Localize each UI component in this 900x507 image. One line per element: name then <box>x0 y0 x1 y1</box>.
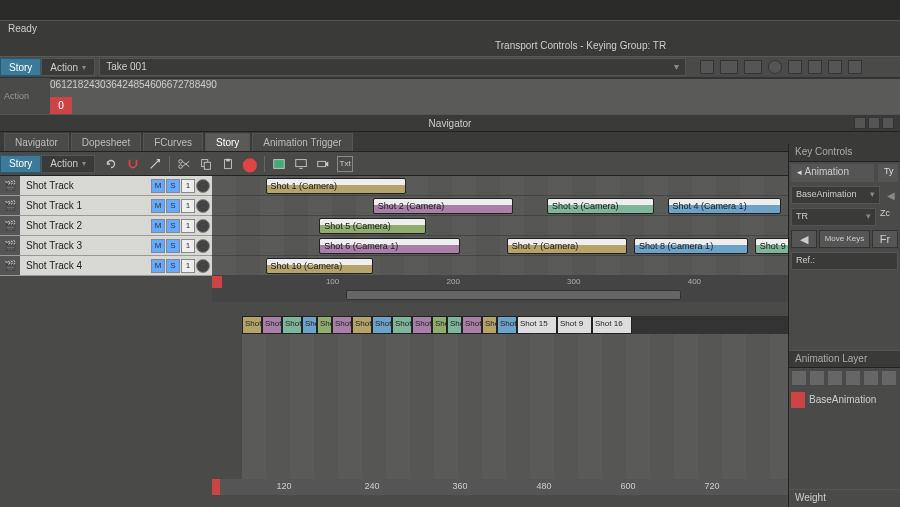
goto-end-button[interactable] <box>848 60 862 74</box>
move-keys-button[interactable]: Move Keys <box>819 230 870 248</box>
action-dropdown[interactable]: Action <box>41 58 95 76</box>
shot-strip-cell[interactable]: Shot 15 <box>517 316 557 334</box>
solo-icon[interactable]: S <box>166 199 180 213</box>
lock-icon[interactable]: 1 <box>181 179 195 193</box>
track-row[interactable]: 🎬 Shot Track 4 M S 1 <box>0 256 212 276</box>
shot-strip-cell[interactable]: Shot 9 <box>557 316 592 334</box>
stop-button[interactable] <box>720 60 738 74</box>
step-back-button[interactable] <box>808 60 822 74</box>
layer-tool6-icon[interactable] <box>882 371 896 385</box>
shot-strip-cell[interactable]: Shc <box>482 316 497 334</box>
copy-icon[interactable] <box>198 156 214 172</box>
loop-button[interactable] <box>700 60 714 74</box>
story-mode-button[interactable]: Story <box>0 58 41 76</box>
layer-tool4-icon[interactable] <box>846 371 860 385</box>
mute-icon[interactable]: M <box>151 239 165 253</box>
solo-icon[interactable]: S <box>166 219 180 233</box>
shot-strip-cell[interactable]: Shot <box>282 316 302 334</box>
shot-clip[interactable]: Shot 6 (Camera 1) <box>319 238 460 254</box>
shot-strip-cell[interactable]: Shot <box>372 316 392 334</box>
lock-icon[interactable]: 1 <box>181 199 195 213</box>
shot-strip-cell[interactable]: Shot <box>262 316 282 334</box>
lock-icon[interactable]: 1 <box>181 259 195 273</box>
scroll-thumb[interactable] <box>346 290 681 300</box>
shot-clip[interactable]: Shot 5 (Camera) <box>319 218 426 234</box>
layer-color-swatch[interactable] <box>791 392 805 408</box>
tab-story[interactable]: Story <box>205 133 250 151</box>
film-icon[interactable]: ⬤ <box>242 156 258 172</box>
camera-icon[interactable] <box>315 156 331 172</box>
record-arm-icon[interactable] <box>196 259 210 273</box>
txt-icon[interactable]: Txt <box>337 156 353 172</box>
record-arm-icon[interactable] <box>196 199 210 213</box>
shot-clip[interactable]: Shot 8 (Camera 1) <box>634 238 748 254</box>
record-arm-icon[interactable] <box>196 239 210 253</box>
track-lane[interactable]: Shot 1 (Camera) <box>212 176 882 196</box>
bottom-cursor[interactable] <box>212 479 220 495</box>
shot-strip-cell[interactable]: Shot <box>412 316 432 334</box>
step-fwd-button[interactable] <box>828 60 842 74</box>
solo-icon[interactable]: S <box>166 259 180 273</box>
tab-navigator[interactable]: Navigator <box>4 133 69 151</box>
track-row[interactable]: 🎬 Shot Track 2 M S 1 <box>0 216 212 236</box>
track-lane[interactable]: Shot 2 (Camera)Shot 3 (Camera)Shot 4 (Ca… <box>212 196 882 216</box>
tab-dopesheet[interactable]: Dopesheet <box>71 133 141 151</box>
scissors-icon[interactable] <box>176 156 192 172</box>
story-toggle-button[interactable]: Story <box>0 155 41 173</box>
mini-ruler[interactable]: 100200300400500 <box>212 276 882 288</box>
fr-button[interactable]: Fr <box>872 230 898 248</box>
prev-key-button[interactable]: ◀ <box>791 230 817 248</box>
record-arm-icon[interactable] <box>196 179 210 193</box>
animation-section[interactable]: ◂ Animation <box>791 164 874 182</box>
shot-strip-cell[interactable]: Shot <box>462 316 482 334</box>
shot-strip-cell[interactable]: Shot <box>392 316 412 334</box>
record-button[interactable] <box>768 60 782 74</box>
shot-strip-cell[interactable]: Shot <box>497 316 517 334</box>
tab-animation-trigger[interactable]: Animation Trigger <box>252 133 352 151</box>
story-action-dropdown[interactable]: Action <box>41 155 95 173</box>
track-lane[interactable]: Shot 5 (Camera) <box>212 216 882 236</box>
collapse-bar[interactable]: ▸ <box>0 302 900 316</box>
shot-clip[interactable]: Shot 10 (Camera) <box>266 258 373 274</box>
tr-dropdown[interactable]: TR <box>791 208 876 226</box>
shot-strip-cell[interactable]: Shc <box>302 316 317 334</box>
solo-icon[interactable]: S <box>166 179 180 193</box>
track-content[interactable]: Shot 1 (Camera)Shot 2 (Camera)Shot 3 (Ca… <box>212 176 882 276</box>
mute-icon[interactable]: M <box>151 199 165 213</box>
shot-clip[interactable]: Shot 7 (Camera) <box>507 238 628 254</box>
razor-icon[interactable] <box>147 156 163 172</box>
bottom-ruler[interactable]: 120240360480600720 <box>212 479 882 495</box>
track-row[interactable]: 🎬 Shot Track M S 1 <box>0 176 212 196</box>
shot-strip-cell[interactable]: Shot <box>352 316 372 334</box>
clapper-icon[interactable]: 🎬 <box>0 216 20 235</box>
clapper-icon[interactable]: 🎬 <box>0 256 20 275</box>
paste-icon[interactable] <box>220 156 236 172</box>
mute-icon[interactable]: M <box>151 259 165 273</box>
timeline-scrollbar[interactable] <box>212 288 882 302</box>
shot-clip[interactable]: Shot 4 (Camera 1) <box>668 198 782 214</box>
take-dropdown[interactable]: Take 001 <box>99 58 686 76</box>
lock-icon[interactable]: 1 <box>181 239 195 253</box>
tab-fcurves[interactable]: FCurves <box>143 133 203 151</box>
mute-icon[interactable]: M <box>151 219 165 233</box>
shot-strip-cell[interactable]: Shot <box>242 316 262 334</box>
lock-icon[interactable]: 1 <box>181 219 195 233</box>
clapper-icon[interactable]: 🎬 <box>0 236 20 255</box>
shot-strip-cell[interactable]: Shot <box>332 316 352 334</box>
dope-body[interactable] <box>242 334 882 479</box>
monitor-icon[interactable] <box>293 156 309 172</box>
mute-icon[interactable]: M <box>151 179 165 193</box>
track-row[interactable]: 🎬 Shot Track 1 M S 1 <box>0 196 212 216</box>
shot-strip-cell[interactable]: Shc <box>317 316 332 334</box>
layer-new-icon[interactable] <box>792 371 806 385</box>
layer-tool5-icon[interactable] <box>864 371 878 385</box>
record-arm-icon[interactable] <box>196 219 210 233</box>
main-timeline-ruler[interactable]: Action 0 061218243036424854606672788490 <box>0 78 900 114</box>
undo-icon[interactable] <box>103 156 119 172</box>
shot-strip-cell[interactable]: Shc <box>432 316 447 334</box>
maximize-icon[interactable] <box>868 117 880 129</box>
goto-start-button[interactable] <box>788 60 802 74</box>
shot-clip[interactable]: Shot 3 (Camera) <box>547 198 654 214</box>
layer-select-dropdown[interactable]: BaseAnimation <box>791 186 880 204</box>
layer-del-icon[interactable] <box>828 371 842 385</box>
